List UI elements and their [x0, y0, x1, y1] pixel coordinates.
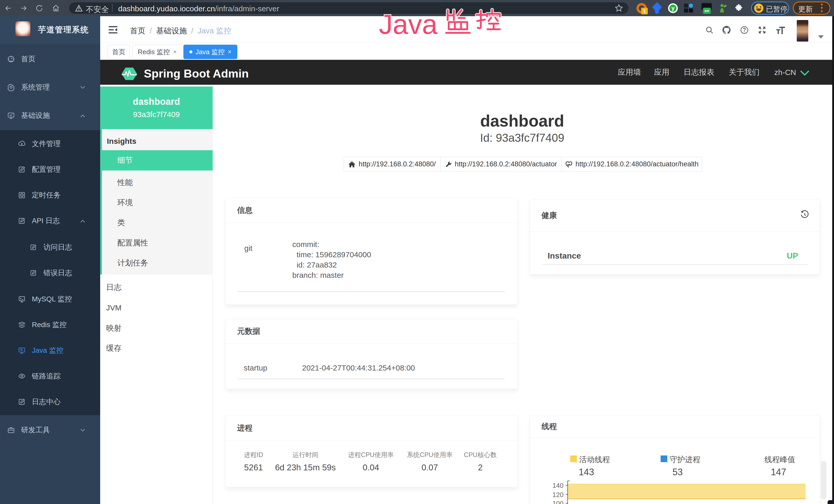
svg-text:140: 140: [552, 482, 564, 489]
svg-text:120: 120: [552, 491, 564, 499]
svg-text:Java: Java: [379, 9, 438, 40]
svg-text:100: 100: [552, 500, 564, 504]
